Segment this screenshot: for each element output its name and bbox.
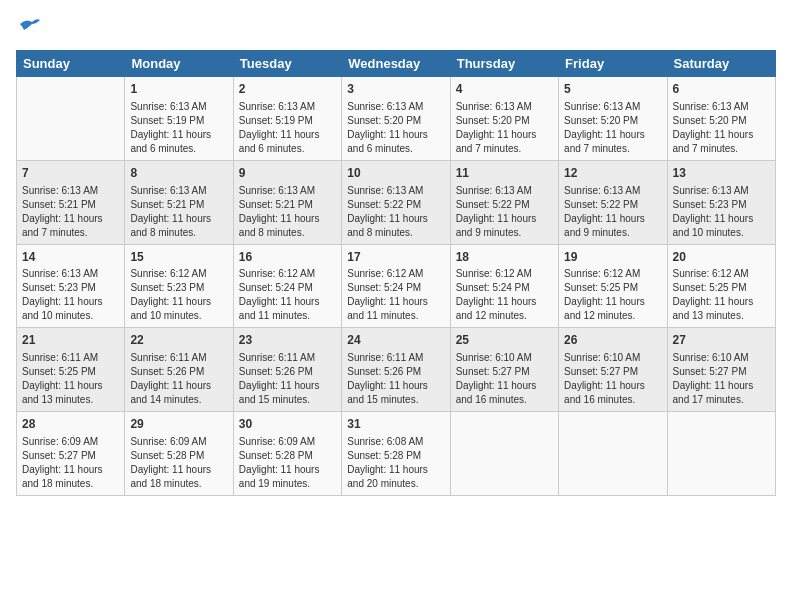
calendar-cell: 26Sunrise: 6:10 AM Sunset: 5:27 PM Dayli… — [559, 328, 667, 412]
logo-bird-icon — [18, 16, 40, 34]
day-info: Sunrise: 6:09 AM Sunset: 5:28 PM Dayligh… — [239, 435, 336, 491]
day-number: 27 — [673, 332, 770, 349]
calendar-cell — [559, 412, 667, 496]
day-number: 16 — [239, 249, 336, 266]
day-info: Sunrise: 6:11 AM Sunset: 5:26 PM Dayligh… — [239, 351, 336, 407]
calendar-cell: 27Sunrise: 6:10 AM Sunset: 5:27 PM Dayli… — [667, 328, 775, 412]
day-info: Sunrise: 6:11 AM Sunset: 5:26 PM Dayligh… — [347, 351, 444, 407]
calendar-cell: 11Sunrise: 6:13 AM Sunset: 5:22 PM Dayli… — [450, 160, 558, 244]
day-info: Sunrise: 6:11 AM Sunset: 5:25 PM Dayligh… — [22, 351, 119, 407]
calendar-cell: 8Sunrise: 6:13 AM Sunset: 5:21 PM Daylig… — [125, 160, 233, 244]
day-number: 31 — [347, 416, 444, 433]
day-number: 13 — [673, 165, 770, 182]
day-info: Sunrise: 6:13 AM Sunset: 5:20 PM Dayligh… — [347, 100, 444, 156]
week-row-3: 14Sunrise: 6:13 AM Sunset: 5:23 PM Dayli… — [17, 244, 776, 328]
calendar-cell: 28Sunrise: 6:09 AM Sunset: 5:27 PM Dayli… — [17, 412, 125, 496]
day-number: 7 — [22, 165, 119, 182]
calendar-cell: 16Sunrise: 6:12 AM Sunset: 5:24 PM Dayli… — [233, 244, 341, 328]
day-number: 6 — [673, 81, 770, 98]
day-number: 9 — [239, 165, 336, 182]
day-info: Sunrise: 6:11 AM Sunset: 5:26 PM Dayligh… — [130, 351, 227, 407]
day-info: Sunrise: 6:13 AM Sunset: 5:22 PM Dayligh… — [564, 184, 661, 240]
logo — [16, 16, 40, 42]
calendar-cell: 14Sunrise: 6:13 AM Sunset: 5:23 PM Dayli… — [17, 244, 125, 328]
day-info: Sunrise: 6:13 AM Sunset: 5:22 PM Dayligh… — [456, 184, 553, 240]
calendar-cell: 7Sunrise: 6:13 AM Sunset: 5:21 PM Daylig… — [17, 160, 125, 244]
day-info: Sunrise: 6:12 AM Sunset: 5:24 PM Dayligh… — [456, 267, 553, 323]
day-number: 23 — [239, 332, 336, 349]
calendar-cell: 30Sunrise: 6:09 AM Sunset: 5:28 PM Dayli… — [233, 412, 341, 496]
calendar-cell: 20Sunrise: 6:12 AM Sunset: 5:25 PM Dayli… — [667, 244, 775, 328]
weekday-header-thursday: Thursday — [450, 51, 558, 77]
day-info: Sunrise: 6:13 AM Sunset: 5:21 PM Dayligh… — [22, 184, 119, 240]
weekday-header-friday: Friday — [559, 51, 667, 77]
day-number: 29 — [130, 416, 227, 433]
day-info: Sunrise: 6:13 AM Sunset: 5:21 PM Dayligh… — [130, 184, 227, 240]
week-row-1: 1Sunrise: 6:13 AM Sunset: 5:19 PM Daylig… — [17, 77, 776, 161]
week-row-5: 28Sunrise: 6:09 AM Sunset: 5:27 PM Dayli… — [17, 412, 776, 496]
day-info: Sunrise: 6:08 AM Sunset: 5:28 PM Dayligh… — [347, 435, 444, 491]
day-number: 19 — [564, 249, 661, 266]
day-number: 10 — [347, 165, 444, 182]
day-number: 3 — [347, 81, 444, 98]
week-row-4: 21Sunrise: 6:11 AM Sunset: 5:25 PM Dayli… — [17, 328, 776, 412]
day-number: 2 — [239, 81, 336, 98]
day-info: Sunrise: 6:12 AM Sunset: 5:24 PM Dayligh… — [239, 267, 336, 323]
day-number: 1 — [130, 81, 227, 98]
day-number: 14 — [22, 249, 119, 266]
calendar-cell: 15Sunrise: 6:12 AM Sunset: 5:23 PM Dayli… — [125, 244, 233, 328]
day-info: Sunrise: 6:12 AM Sunset: 5:25 PM Dayligh… — [564, 267, 661, 323]
day-info: Sunrise: 6:13 AM Sunset: 5:19 PM Dayligh… — [130, 100, 227, 156]
day-info: Sunrise: 6:10 AM Sunset: 5:27 PM Dayligh… — [456, 351, 553, 407]
day-info: Sunrise: 6:13 AM Sunset: 5:20 PM Dayligh… — [456, 100, 553, 156]
calendar-cell: 1Sunrise: 6:13 AM Sunset: 5:19 PM Daylig… — [125, 77, 233, 161]
calendar-cell: 13Sunrise: 6:13 AM Sunset: 5:23 PM Dayli… — [667, 160, 775, 244]
calendar-cell: 2Sunrise: 6:13 AM Sunset: 5:19 PM Daylig… — [233, 77, 341, 161]
day-info: Sunrise: 6:13 AM Sunset: 5:23 PM Dayligh… — [673, 184, 770, 240]
weekday-header-monday: Monday — [125, 51, 233, 77]
calendar-cell: 29Sunrise: 6:09 AM Sunset: 5:28 PM Dayli… — [125, 412, 233, 496]
day-number: 24 — [347, 332, 444, 349]
day-number: 30 — [239, 416, 336, 433]
calendar-cell: 31Sunrise: 6:08 AM Sunset: 5:28 PM Dayli… — [342, 412, 450, 496]
day-info: Sunrise: 6:12 AM Sunset: 5:24 PM Dayligh… — [347, 267, 444, 323]
calendar-cell: 23Sunrise: 6:11 AM Sunset: 5:26 PM Dayli… — [233, 328, 341, 412]
day-info: Sunrise: 6:09 AM Sunset: 5:28 PM Dayligh… — [130, 435, 227, 491]
weekday-header-sunday: Sunday — [17, 51, 125, 77]
day-info: Sunrise: 6:10 AM Sunset: 5:27 PM Dayligh… — [673, 351, 770, 407]
day-number: 18 — [456, 249, 553, 266]
day-number: 11 — [456, 165, 553, 182]
day-info: Sunrise: 6:10 AM Sunset: 5:27 PM Dayligh… — [564, 351, 661, 407]
calendar-cell: 12Sunrise: 6:13 AM Sunset: 5:22 PM Dayli… — [559, 160, 667, 244]
day-number: 8 — [130, 165, 227, 182]
day-number: 15 — [130, 249, 227, 266]
day-number: 28 — [22, 416, 119, 433]
day-number: 5 — [564, 81, 661, 98]
day-info: Sunrise: 6:13 AM Sunset: 5:23 PM Dayligh… — [22, 267, 119, 323]
day-info: Sunrise: 6:12 AM Sunset: 5:23 PM Dayligh… — [130, 267, 227, 323]
day-info: Sunrise: 6:13 AM Sunset: 5:20 PM Dayligh… — [673, 100, 770, 156]
calendar-cell: 9Sunrise: 6:13 AM Sunset: 5:21 PM Daylig… — [233, 160, 341, 244]
day-info: Sunrise: 6:13 AM Sunset: 5:21 PM Dayligh… — [239, 184, 336, 240]
day-info: Sunrise: 6:13 AM Sunset: 5:22 PM Dayligh… — [347, 184, 444, 240]
calendar-cell: 22Sunrise: 6:11 AM Sunset: 5:26 PM Dayli… — [125, 328, 233, 412]
day-number: 21 — [22, 332, 119, 349]
day-number: 4 — [456, 81, 553, 98]
weekday-header-tuesday: Tuesday — [233, 51, 341, 77]
calendar-table: SundayMondayTuesdayWednesdayThursdayFrid… — [16, 50, 776, 496]
calendar-cell: 18Sunrise: 6:12 AM Sunset: 5:24 PM Dayli… — [450, 244, 558, 328]
calendar-cell: 4Sunrise: 6:13 AM Sunset: 5:20 PM Daylig… — [450, 77, 558, 161]
calendar-cell — [450, 412, 558, 496]
calendar-cell — [17, 77, 125, 161]
page-header — [16, 16, 776, 42]
calendar-cell: 5Sunrise: 6:13 AM Sunset: 5:20 PM Daylig… — [559, 77, 667, 161]
calendar-cell: 25Sunrise: 6:10 AM Sunset: 5:27 PM Dayli… — [450, 328, 558, 412]
day-number: 25 — [456, 332, 553, 349]
calendar-cell: 3Sunrise: 6:13 AM Sunset: 5:20 PM Daylig… — [342, 77, 450, 161]
calendar-cell: 24Sunrise: 6:11 AM Sunset: 5:26 PM Dayli… — [342, 328, 450, 412]
day-info: Sunrise: 6:13 AM Sunset: 5:19 PM Dayligh… — [239, 100, 336, 156]
weekday-header-row: SundayMondayTuesdayWednesdayThursdayFrid… — [17, 51, 776, 77]
calendar-cell: 21Sunrise: 6:11 AM Sunset: 5:25 PM Dayli… — [17, 328, 125, 412]
calendar-cell: 17Sunrise: 6:12 AM Sunset: 5:24 PM Dayli… — [342, 244, 450, 328]
day-number: 17 — [347, 249, 444, 266]
